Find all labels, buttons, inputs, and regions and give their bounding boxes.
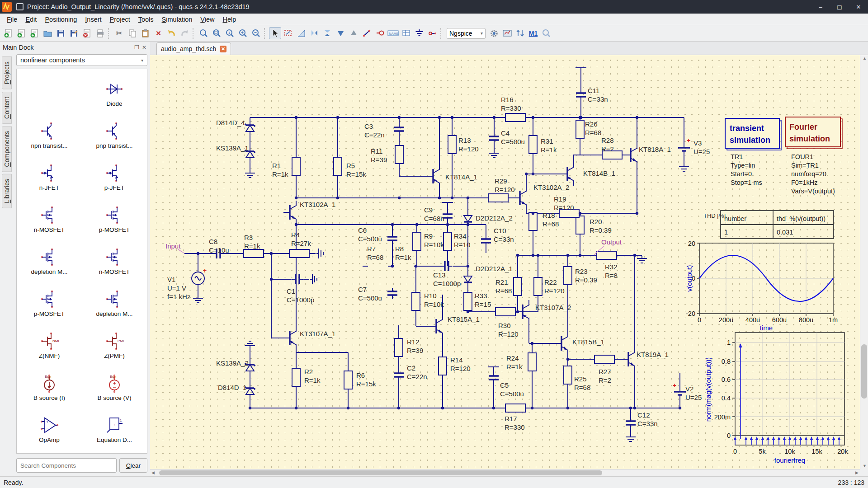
component-item-equation[interactable]: Equation D... xyxy=(82,408,147,450)
save-as-button[interactable] xyxy=(68,27,80,39)
move-down-button[interactable] xyxy=(335,27,347,39)
component-item-nmosfet-2[interactable]: n-MOSFET xyxy=(82,240,147,282)
close-file-button[interactable] xyxy=(81,27,93,39)
mirror-x-button[interactable] xyxy=(308,27,321,39)
dock-float-button[interactable]: ❐ xyxy=(134,44,139,51)
svg-text:C=22n: C=22n xyxy=(407,373,427,380)
tab-content[interactable]: Content xyxy=(2,92,12,124)
component-item-pmosfet-2[interactable]: p-MOSFET xyxy=(17,282,82,324)
svg-text:R9: R9 xyxy=(424,232,433,240)
svg-text:R18: R18 xyxy=(542,211,555,219)
svg-text:D814D_4: D814D_4 xyxy=(216,119,245,127)
component-item-bsource-i[interactable]: B source (I) xyxy=(17,366,82,408)
zoom-in-button[interactable] xyxy=(237,27,249,39)
svg-text:C=10u: C=10u xyxy=(209,246,229,254)
fourier-plot[interactable]: 1 0.8 0.6 0.4 200m 0 0 5k 10k 15k 20k fo… xyxy=(704,333,848,464)
component-item-znmf[interactable]: Z(NMF) xyxy=(17,324,82,366)
align-button[interactable] xyxy=(295,27,307,39)
vertical-scrollbar-thumb[interactable] xyxy=(861,344,867,399)
insert-port-button[interactable] xyxy=(426,27,439,39)
delete-button[interactable]: ✕ xyxy=(152,27,165,39)
menu-file[interactable]: File xyxy=(3,14,21,24)
tab-schematic[interactable]: audio_amp_thd.sch ✕ xyxy=(156,42,231,55)
component-category-select[interactable]: nonlinear components▾ xyxy=(16,54,147,66)
schematic-canvas[interactable]: D814D_4 KS139A_1 R1R=1k R5R=15k C3C=22n … xyxy=(150,55,860,469)
tab-libraries[interactable]: Libraries xyxy=(2,174,12,208)
print-button[interactable] xyxy=(94,27,106,39)
insert-wire-button[interactable] xyxy=(361,27,373,39)
menu-help[interactable]: Help xyxy=(218,14,240,24)
horizontal-scrollbar[interactable]: ◀▶ xyxy=(150,469,860,476)
svg-text:R=2: R=2 xyxy=(601,145,614,153)
new-schematic-button[interactable] xyxy=(2,27,14,39)
svg-text:+: + xyxy=(687,137,690,144)
save-button[interactable] xyxy=(55,27,67,39)
minimize-button[interactable]: – xyxy=(811,0,830,14)
new-project-button[interactable] xyxy=(28,27,41,39)
thd-table[interactable]: THD [%] number thd_%(v(output)) 1 0.031 xyxy=(703,211,834,239)
transient-simulation-block[interactable]: transient simulation TR1 Type=lin Start=… xyxy=(725,118,781,186)
new-text-document-button[interactable] xyxy=(15,27,28,39)
select-markers-button[interactable] xyxy=(282,27,294,39)
dock-close-button[interactable]: ✕ xyxy=(142,44,146,51)
zoom-fit-button[interactable] xyxy=(198,27,210,39)
fourier-simulation-block[interactable]: Fourier simulation FOUR1 Sim=TR1 numfreq… xyxy=(785,117,842,195)
time-plot[interactable]: 20 0 -20 0 200u 400u 600u 800u 1m time v… xyxy=(685,240,838,332)
svg-text:R11: R11 xyxy=(371,147,382,155)
zoom-area-button[interactable] xyxy=(211,27,223,39)
menu-bar: File Edit Positioning Insert Project Too… xyxy=(0,14,868,25)
select-button[interactable] xyxy=(269,27,281,39)
svg-text:C=22n: C=22n xyxy=(364,131,385,139)
mirror-y-button[interactable] xyxy=(321,27,334,39)
insert-label-button[interactable] xyxy=(374,27,386,39)
maximize-button[interactable]: ▢ xyxy=(830,0,849,14)
menu-tools[interactable]: Tools xyxy=(134,14,158,24)
svg-text:R26: R26 xyxy=(585,120,598,128)
tab-close-icon[interactable]: ✕ xyxy=(220,46,226,52)
clear-button[interactable]: Clear xyxy=(119,458,147,473)
close-button[interactable]: ✕ xyxy=(849,0,868,14)
paste-button[interactable] xyxy=(139,27,151,39)
view-data-display-button[interactable] xyxy=(501,27,513,39)
tab-components[interactable]: Components xyxy=(2,126,12,172)
redo-button[interactable] xyxy=(179,27,191,39)
simulate-button[interactable] xyxy=(488,27,500,39)
component-item-bsource-v[interactable]: B source (V) xyxy=(82,366,147,408)
undo-button[interactable] xyxy=(165,27,178,39)
zoom-selection-button[interactable] xyxy=(540,27,552,39)
component-item-njfet[interactable]: n-JFET xyxy=(17,156,82,198)
component-item-zpmf[interactable]: Z(PMF) xyxy=(82,324,147,366)
component-item-pjfet[interactable]: p-JFET xyxy=(82,156,147,198)
search-input[interactable] xyxy=(16,458,117,473)
insert-name-button[interactable]: NAME xyxy=(387,27,399,39)
menu-simulation[interactable]: Simulation xyxy=(158,14,197,24)
menu-positioning[interactable]: Positioning xyxy=(41,14,81,24)
component-item-depletion-mosfet[interactable]: depletion M... xyxy=(17,240,82,282)
component-item-opamp[interactable]: OpAmp xyxy=(17,408,82,450)
zoom-normal-button[interactable]: 1 xyxy=(224,27,236,39)
component-item-nmosfet[interactable]: n-MOSFET xyxy=(17,198,82,240)
component-item-depletion-mosfet-2[interactable]: depletion M... xyxy=(82,282,147,324)
tab-projects[interactable]: Projects xyxy=(2,56,12,89)
svg-text:fourierfreq: fourierfreq xyxy=(774,456,805,464)
set-marker-button[interactable]: M1 xyxy=(527,27,539,39)
insert-table-button[interactable] xyxy=(400,27,412,39)
menu-edit[interactable]: Edit xyxy=(21,14,41,24)
move-up-button[interactable] xyxy=(348,27,360,39)
component-item-npn[interactable]: npn transist... xyxy=(17,114,82,156)
zoom-out-button[interactable] xyxy=(250,27,262,39)
insert-ground-button[interactable] xyxy=(413,27,425,39)
component-item-diode[interactable]: Diode xyxy=(82,72,147,114)
open-file-button[interactable] xyxy=(42,27,54,39)
menu-project[interactable]: Project xyxy=(106,14,134,24)
horizontal-scrollbar-thumb[interactable] xyxy=(159,470,602,475)
component-item-pnp[interactable]: pnp transist... xyxy=(82,114,147,156)
component-item-pmosfet[interactable]: p-MOSFET xyxy=(82,198,147,240)
simulator-select[interactable]: Ngspice▾ xyxy=(447,28,486,39)
vertical-scrollbar[interactable]: ▲▼ xyxy=(860,55,868,469)
menu-view[interactable]: View xyxy=(196,14,218,24)
copy-button[interactable] xyxy=(126,27,138,39)
menu-insert[interactable]: Insert xyxy=(81,14,105,24)
calculate-dc-bias-button[interactable] xyxy=(514,27,526,39)
cut-button[interactable]: ✂ xyxy=(113,27,125,39)
